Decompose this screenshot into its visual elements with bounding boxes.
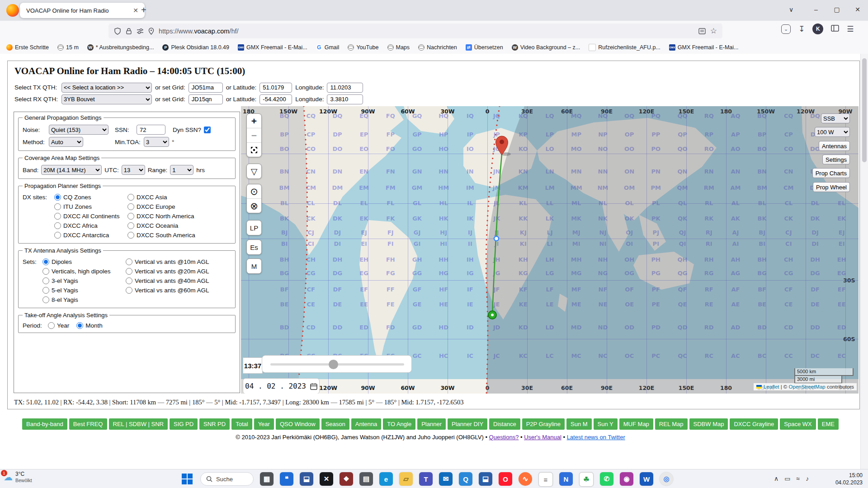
radio-dxcc-all-continents[interactable] — [54, 213, 61, 220]
scrollbar-thumb[interactable] — [862, 58, 867, 162]
file-explorer-icon[interactable]: ▱ — [399, 472, 413, 486]
location-pin-icon[interactable] — [148, 28, 154, 35]
radio-option[interactable]: 3-el Yagis — [42, 277, 124, 285]
prop-wheel-button[interactable]: Prop Wheel — [813, 182, 850, 192]
tool-button-sdbw-map[interactable]: SDBW Map — [689, 418, 728, 430]
dark-app-icon[interactable]: ▤ — [359, 472, 373, 486]
rx-grid-input[interactable] — [189, 94, 223, 104]
monitor-icon[interactable]: ▭ — [784, 475, 790, 482]
camera-app-icon[interactable]: ◉ — [620, 472, 633, 486]
bookmark-item[interactable]: GMXGMX Freemail - E-Mai... — [669, 44, 739, 51]
tool-button-best-freq[interactable]: Best FREQ — [69, 418, 107, 430]
radio-option[interactable]: DXCC Europe — [127, 202, 195, 211]
radio-option[interactable]: Vertical vs ants @40m AGL — [126, 277, 209, 285]
tool-button-snr-pd[interactable]: SNR PD — [199, 418, 230, 430]
bookmark-item[interactable]: YouTube — [348, 44, 378, 51]
rx-lon-input[interactable] — [327, 94, 363, 104]
save-blue-icon[interactable]: ⬓ — [479, 472, 492, 486]
radio-option[interactable]: CQ Zones — [54, 193, 126, 202]
bookmark-item[interactable]: 15 m — [57, 44, 79, 51]
radio-option[interactable]: Year — [48, 322, 69, 329]
menu-hamburger-icon[interactable]: ☰ — [847, 24, 854, 34]
chrome-icon[interactable]: ◎ — [660, 472, 673, 486]
save-app-icon[interactable]: ⬓ — [300, 472, 313, 486]
pocket-icon[interactable]: ⌄ — [781, 24, 791, 34]
radio-option[interactable]: DXCC Oceania — [127, 221, 195, 230]
settings-button[interactable]: Settings — [822, 155, 850, 164]
minimize-button[interactable]: – — [806, 0, 826, 19]
tool-button-season[interactable]: Season — [321, 418, 349, 430]
prop-charts-button[interactable]: Prop Charts — [812, 168, 850, 178]
radio-option[interactable]: DXCC Antarctica — [54, 231, 126, 239]
zoom-in-button[interactable]: + — [247, 114, 261, 128]
footer-link-2[interactable]: Latest news on Twitter — [567, 434, 625, 441]
tool-button-dxcc-grayline[interactable]: DXCC Grayline — [730, 418, 778, 430]
noise-select[interactable]: Quiet (153) — [49, 125, 108, 135]
lock-icon[interactable] — [126, 28, 132, 35]
whatsapp-icon[interactable]: ✆ — [600, 472, 613, 486]
radio-vertical-vs-ants-20m-agl[interactable] — [126, 268, 132, 275]
account-avatar[interactable]: K — [812, 23, 823, 34]
tool-button-rel-sdbw-snr[interactable]: REL | SDBW | SNR — [109, 418, 168, 430]
tab-close-icon[interactable]: ✕ — [131, 6, 140, 15]
tray-expand-icon[interactable]: ∧ — [774, 475, 778, 482]
slider-thumb[interactable] — [329, 360, 338, 369]
radio-option[interactable]: Dipoles — [42, 258, 124, 266]
bookmark-item[interactable]: GMXGMX Freemail - E-Mai... — [238, 44, 307, 51]
sidebar-icon[interactable] — [831, 25, 839, 33]
tab-list-chevron-icon[interactable]: ∨ — [782, 0, 800, 19]
radio-option[interactable]: Vertical vs ants @20m AGL — [126, 267, 209, 276]
weather-widget[interactable]: ☁ 1 3°C Bewölkt — [4, 471, 32, 483]
taskbar-clock[interactable]: 15:00 04.02.2023 — [833, 472, 863, 486]
radio-option[interactable]: DXCC North America — [127, 212, 195, 221]
cross-circle-button[interactable]: ⊗ — [247, 198, 261, 213]
radio-dipoles[interactable] — [42, 258, 49, 265]
radio-option[interactable]: ITU Zones — [54, 202, 126, 211]
tool-button-muf-map[interactable]: MUF Map — [619, 418, 653, 430]
plant-app-icon[interactable]: ☘ — [579, 472, 594, 487]
range-select[interactable]: 1 — [170, 165, 193, 175]
page-scrollbar[interactable] — [860, 54, 868, 469]
bookmark-item[interactable]: Maps — [387, 44, 410, 51]
maximize-button[interactable]: ▢ — [826, 0, 847, 19]
bookmark-item[interactable]: Erste Schritte — [6, 44, 49, 51]
sporadic-e-button[interactable]: Es — [246, 239, 262, 255]
notes-icon[interactable]: ≡ — [538, 472, 553, 487]
tool-button-qso-window[interactable]: QSO Window — [276, 418, 320, 430]
tx-lon-input[interactable] — [327, 83, 363, 93]
tool-button-p2p-grayline[interactable]: P2P Grayline — [522, 418, 565, 430]
close-button[interactable]: ✕ — [847, 0, 868, 19]
reader-view-icon[interactable] — [698, 28, 706, 34]
bookmark-item[interactable]: WVideo Background – z... — [512, 44, 580, 51]
radio-5-el-yagis[interactable] — [42, 287, 49, 294]
tool-button-band-by-band[interactable]: Band-by-band — [22, 418, 67, 430]
tx-marker-pin[interactable] — [496, 136, 508, 155]
fit-view-button[interactable] — [247, 142, 261, 157]
chat-icon[interactable]: ❝ — [280, 472, 293, 486]
radio-dxcc-asia[interactable] — [127, 194, 134, 201]
tool-button-sun-y[interactable]: Sun Y — [594, 418, 618, 430]
tool-button-rel-map[interactable]: REL Map — [655, 418, 688, 430]
notepad-icon[interactable]: N — [559, 472, 573, 486]
radio-dxcc-south-america[interactable] — [127, 232, 134, 239]
firefox-icon[interactable]: ∿ — [519, 472, 532, 486]
url-bar[interactable]: https://www.voacap.com/hf/ ☆ — [108, 23, 722, 38]
sun-circle-button[interactable]: ⊙ — [247, 184, 261, 198]
radio-itu-zones[interactable] — [54, 203, 61, 210]
radio-dxcc-europe[interactable] — [127, 203, 134, 210]
world-map[interactable]: BQCQDQEQFQGQHQIQJQKQLQMQNQOQPQQQRQAQBQCQ… — [241, 106, 859, 394]
firefox-logo-icon[interactable] — [6, 4, 19, 17]
bookmark-item[interactable]: Rufzeichenliste_AFU.p... — [589, 44, 660, 51]
edge-icon[interactable]: e — [379, 472, 393, 486]
opera-icon[interactable]: O — [499, 472, 512, 486]
utc-select[interactable]: 13 — [122, 165, 145, 175]
dyn-ssn-checkbox[interactable] — [204, 127, 211, 133]
radio-option[interactable]: Vertical vs ants @10m AGL — [126, 258, 209, 266]
tool-button-antenna[interactable]: Antenna — [351, 418, 381, 430]
task-view-icon[interactable]: ▦ — [260, 472, 274, 486]
method-select[interactable]: Auto — [49, 137, 83, 147]
tool-button-to-angle[interactable]: TO Angle — [383, 418, 415, 430]
bookmark-item[interactable]: W* Ausbreitungsbeding... — [87, 44, 154, 51]
taskbar-search[interactable]: Suche — [200, 472, 254, 486]
footer-link-1[interactable]: User's Manual — [524, 434, 561, 441]
